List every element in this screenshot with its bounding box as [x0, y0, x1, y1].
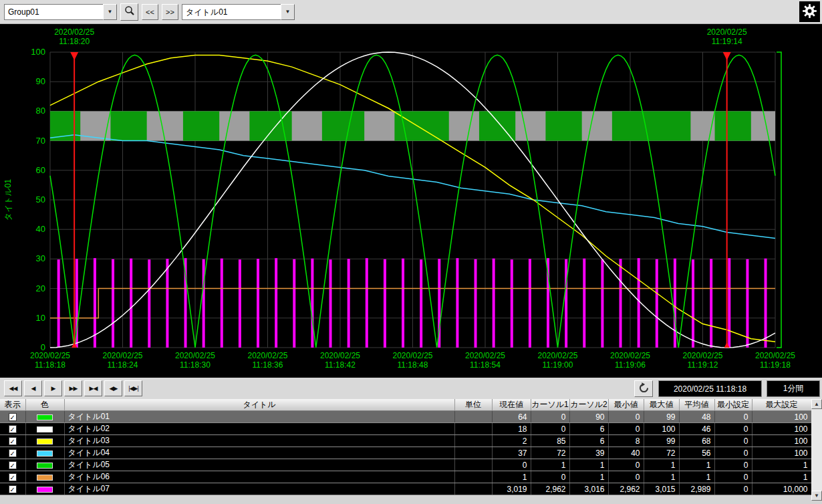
refresh-button[interactable]: [634, 380, 653, 397]
series-color-swatch: [37, 438, 53, 445]
color-cell: [25, 435, 64, 447]
series-bar: [638, 258, 640, 348]
visibility-checkbox[interactable]: ✓: [9, 485, 17, 493]
visibility-checkbox[interactable]: ✓: [9, 461, 17, 469]
series-bar: [420, 259, 422, 348]
series-value: 10,000: [752, 483, 811, 495]
series-value: 1: [644, 459, 679, 471]
series-value: 18: [492, 423, 531, 435]
color-cell: [25, 447, 64, 459]
x-axis-date-label: 2020/02/25: [392, 351, 432, 360]
series-value: 0: [608, 411, 644, 423]
table-row[interactable]: ✓タイトル032856899680100: [0, 435, 811, 447]
step-forward-button[interactable]: ▶: [44, 380, 62, 396]
scroll-up-icon[interactable]: ▲: [811, 399, 822, 409]
series-value: 1: [752, 459, 811, 471]
series-bar: [456, 258, 458, 348]
series-value: 2,962: [608, 483, 644, 495]
x-axis-time-label: 11:18:24: [108, 360, 138, 370]
series-unit: [454, 459, 492, 471]
column-header: 色: [25, 399, 64, 411]
series-bar: [130, 259, 132, 348]
x-axis-date-label: 2020/02/25: [30, 351, 70, 360]
cursors-out-button[interactable]: ◀▶: [104, 380, 122, 396]
visibility-checkbox[interactable]: ✓: [9, 449, 17, 457]
scroll-down-icon[interactable]: ▼: [811, 491, 822, 501]
table-row[interactable]: ✓タイトル0610101101: [0, 471, 811, 483]
series-table: 表示色タイトル単位現在値カーソル1カーソル2最小値最大値平均値最小設定最大設定 …: [0, 399, 812, 495]
visibility-checkbox[interactable]: ✓: [9, 425, 17, 433]
current-datetime-display: 2020/02/25 11:18:18: [658, 380, 762, 397]
cursors-in-button[interactable]: ▶◀: [84, 380, 102, 396]
cursors-reset-button[interactable]: |◀▶|: [124, 380, 142, 396]
series-value: 0: [714, 435, 752, 447]
x-axis-time-label: 11:19:00: [543, 360, 573, 370]
search-button[interactable]: [120, 3, 138, 21]
prev-button[interactable]: <<: [142, 4, 158, 20]
series-bar: [583, 259, 585, 348]
series-bar: [148, 259, 150, 348]
color-cell: [25, 483, 64, 495]
table-row[interactable]: ✓タイトル043772394072560100: [0, 447, 811, 459]
series-value: 1: [531, 459, 569, 471]
visibility-checkbox[interactable]: ✓: [9, 473, 17, 481]
series-value: 99: [644, 411, 679, 423]
visibility-checkbox[interactable]: ✓: [9, 413, 17, 421]
x-axis-time-label: 11:19:06: [615, 360, 646, 370]
series-bar: [275, 258, 277, 348]
jump-end-button[interactable]: ▶▶: [64, 380, 82, 396]
column-header: 表示: [0, 399, 25, 411]
group-select[interactable]: Group01: [4, 4, 103, 20]
series-color-swatch: [37, 451, 53, 457]
step-back-button[interactable]: ◀: [24, 380, 42, 396]
series-value: 1: [569, 459, 608, 471]
series-value: 99: [644, 435, 679, 447]
cursor-top-marker[interactable]: [723, 52, 731, 60]
visibility-cell: ✓: [0, 447, 25, 459]
series-color-swatch: [37, 463, 53, 469]
x-axis-date-label: 2020/02/25: [465, 351, 505, 360]
trend-chart-canvas[interactable]: 2020/02/2511:18:202020/02/2511:19:140102…: [0, 24, 822, 378]
series-value: 0: [531, 471, 569, 483]
trend-chart[interactable]: 2020/02/2511:18:202020/02/2511:19:140102…: [0, 24, 822, 378]
series-value: 0: [531, 423, 569, 435]
x-axis-date-label: 2020/02/25: [537, 351, 577, 360]
search-icon: [124, 5, 136, 19]
table-row[interactable]: ✓タイトル0218060100460100: [0, 423, 811, 435]
y-axis-label: 10: [36, 313, 45, 323]
series-value: 40: [608, 447, 644, 459]
group-dropdown-button[interactable]: ▼: [103, 4, 117, 20]
series-value: 0: [714, 447, 752, 459]
x-axis-date-label: 2020/02/25: [755, 351, 795, 360]
y-axis-label: 80: [36, 106, 45, 116]
visibility-checkbox[interactable]: ✓: [9, 437, 17, 445]
status-band-on: [545, 111, 581, 140]
table-row[interactable]: ✓タイトル0164090099480100: [0, 411, 811, 423]
settings-button[interactable]: [799, 1, 820, 22]
series-bar: [746, 259, 748, 348]
series-bar: [239, 259, 241, 348]
x-axis-date-label: 2020/02/25: [175, 351, 215, 360]
visibility-cell: ✓: [0, 411, 25, 423]
series-value: 100: [752, 447, 811, 459]
y-axis-label: 20: [36, 283, 45, 293]
title-select[interactable]: タイトル01: [182, 4, 281, 20]
table-row[interactable]: ✓タイトル0501101101: [0, 459, 811, 471]
series-unit: [454, 435, 492, 447]
cursor-top-marker[interactable]: [70, 52, 78, 60]
chevron-down-icon: ▼: [108, 9, 113, 15]
status-band-on: [249, 111, 291, 140]
title-dropdown-button[interactable]: ▼: [281, 4, 295, 20]
table-scrollbar[interactable]: ▲ ▼: [811, 399, 822, 501]
series-value: 1: [569, 471, 608, 483]
series-value: 72: [531, 447, 569, 459]
table-row[interactable]: ✓タイトル073,0192,9623,0162,9623,0152,989010…: [0, 483, 811, 495]
status-band-on: [322, 111, 364, 140]
next-button[interactable]: >>: [162, 4, 178, 20]
y-axis-label: 70: [36, 136, 45, 146]
jump-start-button[interactable]: ◀◀: [4, 380, 22, 396]
status-band-on: [183, 111, 219, 140]
series-bar: [112, 259, 114, 348]
y-axis-label: 100: [31, 47, 45, 57]
x-axis-time-label: 11:18:42: [325, 360, 356, 370]
